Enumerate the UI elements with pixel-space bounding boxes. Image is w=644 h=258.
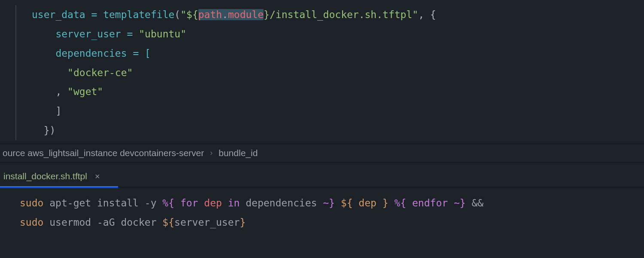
code-string: "ubuntu" bbox=[139, 28, 186, 40]
indent bbox=[32, 48, 55, 59]
code-string-quote: " bbox=[412, 9, 418, 20]
code-brace: }) bbox=[44, 125, 56, 136]
code-text: && bbox=[472, 197, 484, 209]
editor-pane-top[interactable]: user_data = templatefile("${path.module}… bbox=[0, 0, 644, 144]
code-string: "wget" bbox=[67, 86, 103, 97]
code-line[interactable]: server_user = "ubuntu" bbox=[0, 25, 644, 44]
code-line[interactable]: }) bbox=[0, 121, 644, 140]
close-icon[interactable]: × bbox=[95, 172, 100, 181]
code-string: /install_docker.sh.tftpl bbox=[270, 9, 412, 20]
code-text: , { bbox=[418, 9, 436, 20]
indent bbox=[32, 28, 55, 40]
code-op: = bbox=[121, 28, 139, 40]
code-delim: ${ bbox=[162, 217, 174, 228]
code-tilde: ~ bbox=[454, 197, 460, 209]
tab-bar: install_docker.sh.tftpl × bbox=[0, 163, 644, 187]
code-string-quote: " bbox=[180, 9, 186, 20]
indent-guide bbox=[15, 5, 16, 140]
code-line[interactable]: dependencies = [ bbox=[0, 44, 644, 63]
chevron-right-icon: › bbox=[210, 148, 213, 157]
code-line[interactable]: sudo usermod -aG docker ${server_user} bbox=[20, 213, 644, 232]
code-cmd: sudo bbox=[20, 217, 43, 228]
code-delim: } bbox=[383, 197, 395, 209]
code-key: server_user bbox=[55, 28, 121, 40]
code-delim: } bbox=[329, 197, 341, 209]
tab-install-docker[interactable]: install_docker.sh.tftpl × bbox=[0, 169, 106, 187]
code-text: usermod -aG docker bbox=[43, 217, 162, 228]
code-key: dependencies bbox=[55, 48, 127, 59]
code-delim: } bbox=[240, 217, 246, 228]
code-delim: %{ bbox=[394, 197, 406, 209]
code-op: = bbox=[85, 9, 103, 20]
code-op: = [ bbox=[127, 48, 151, 59]
code-fn: templatefile bbox=[103, 9, 174, 20]
tab-label: install_docker.sh.tftpl bbox=[3, 171, 87, 181]
code-paren: ( bbox=[174, 9, 180, 20]
tabbar-divider bbox=[0, 187, 644, 187]
code-bracket: ] bbox=[55, 105, 61, 117]
code-line[interactable]: "docker-ce" bbox=[0, 63, 644, 83]
breadcrumb-segment[interactable]: ource aws_lightsail_instance devcontaine… bbox=[3, 148, 204, 158]
code-dot: . bbox=[222, 9, 228, 20]
code-keyword: in bbox=[222, 197, 246, 209]
indent bbox=[32, 105, 55, 117]
code-line[interactable]: sudo apt-get install -y %{ for dep in de… bbox=[20, 194, 644, 213]
indent: , bbox=[32, 86, 67, 97]
code-variable: user_data bbox=[32, 9, 85, 20]
code-var: server_user bbox=[174, 217, 240, 228]
code-line[interactable]: , "wget" bbox=[0, 82, 644, 101]
code-interp-open: ${ bbox=[186, 9, 198, 20]
code-line[interactable]: user_data = templatefile("${path.module}… bbox=[0, 5, 644, 25]
code-module: module bbox=[228, 9, 264, 20]
code-cmd: sudo bbox=[20, 197, 43, 209]
breadcrumb[interactable]: ource aws_lightsail_instance devcontaine… bbox=[0, 144, 644, 163]
code-keyword: endfor bbox=[406, 197, 454, 209]
code-delim: } bbox=[460, 197, 472, 209]
code-var: dep bbox=[353, 197, 383, 209]
indent bbox=[32, 67, 67, 78]
code-delim: %{ bbox=[162, 197, 174, 209]
code-path: path bbox=[198, 9, 222, 20]
code-delim: ${ bbox=[341, 197, 353, 209]
code-line[interactable]: ] bbox=[0, 101, 644, 121]
indent bbox=[32, 125, 44, 136]
code-var: dep bbox=[204, 197, 222, 209]
code-string: "docker-ce" bbox=[67, 67, 133, 78]
code-keyword: for bbox=[174, 197, 204, 209]
code-text: apt-get install -y bbox=[43, 197, 162, 209]
breadcrumb-segment[interactable]: bundle_id bbox=[219, 148, 258, 158]
editor-pane-bottom[interactable]: sudo apt-get install -y %{ for dep in de… bbox=[0, 187, 644, 232]
code-interp-close: } bbox=[264, 9, 270, 20]
code-tilde: ~ bbox=[317, 197, 329, 209]
code-var: dependencies bbox=[246, 197, 317, 209]
